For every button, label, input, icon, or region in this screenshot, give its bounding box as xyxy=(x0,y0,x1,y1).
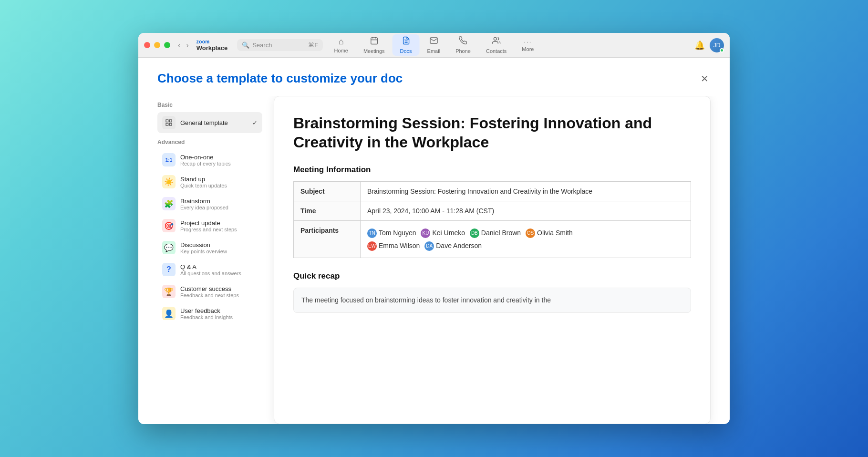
quick-recap-text: The meeting focused on brainstorming ide… xyxy=(301,295,683,305)
table-row-time: Time April 23, 2024, 10:00 AM - 11:28 AM… xyxy=(294,201,691,221)
notification-icon[interactable]: 🔔 xyxy=(694,40,705,51)
close-traffic-light[interactable] xyxy=(144,42,150,48)
tab-phone[interactable]: Phone xyxy=(448,34,478,56)
participant-tom-nguyen: TN Tom Nguyen xyxy=(367,227,416,239)
more-icon: ··· xyxy=(524,38,532,45)
back-button[interactable]: ‹ xyxy=(176,40,182,51)
qa-info: Q & A All questions and answers xyxy=(180,263,258,276)
template-sidebar: Basic General template ✓ Advanced 1:1 xyxy=(157,96,262,424)
zoom-logo-text: zoom xyxy=(196,39,228,44)
workplace-logo-text: Workplace xyxy=(196,44,228,52)
search-label: Search xyxy=(252,42,272,49)
close-button[interactable]: ✕ xyxy=(699,71,711,86)
time-label: Time xyxy=(294,201,361,221)
participant-olivia-smith: OS Olivia Smith xyxy=(526,227,573,239)
phone-icon xyxy=(459,36,467,47)
traffic-lights xyxy=(144,42,170,48)
project-update-icon: 🎯 xyxy=(162,219,176,232)
meeting-info-table: Subject Brainstorming Session: Fostering… xyxy=(293,181,691,258)
tab-email-label: Email xyxy=(427,48,441,54)
project-update-name: Project update xyxy=(180,219,258,227)
project-update-desc: Progress and next steps xyxy=(180,227,258,232)
search-bar[interactable]: 🔍 Search ⌘F xyxy=(237,39,323,51)
subject-label: Subject xyxy=(294,182,361,201)
template-item-brainstorm[interactable]: 🧩 Brainstorm Every idea proposed xyxy=(157,193,262,214)
quick-recap-title: Quick recap xyxy=(293,271,691,281)
template-item-customer-success[interactable]: 🏆 Customer success Feedback and next ste… xyxy=(157,281,262,302)
qa-name: Q & A xyxy=(180,263,258,270)
app-window: ‹ › zoom Workplace 🔍 Search ⌘F ⌂ Home Me… xyxy=(138,33,730,424)
modal-title: Choose a template to customize your doc xyxy=(157,71,403,86)
tab-contacts[interactable]: Contacts xyxy=(478,34,514,56)
participant-kei-umeko: KU Kei Umeko xyxy=(421,227,465,239)
template-item-qa[interactable]: ? Q & A All questions and answers xyxy=(157,259,262,280)
participants-value: TN Tom Nguyen KU Kei Umeko DB Daniel Bro… xyxy=(361,221,691,258)
avatar-olivia-smith: OS xyxy=(526,228,535,238)
minimize-traffic-light[interactable] xyxy=(154,42,160,48)
tab-phone-label: Phone xyxy=(455,48,471,54)
template-item-project-update[interactable]: 🎯 Project update Progress and next steps xyxy=(157,215,262,236)
avatar-kei-umeko: KU xyxy=(421,228,430,238)
discussion-desc: Key points overview xyxy=(180,249,258,254)
template-item-discussion[interactable]: 💬 Discussion Key points overview xyxy=(157,237,262,258)
one-on-one-name: One-on-one xyxy=(180,154,258,161)
user-avatar[interactable]: JD xyxy=(710,38,724,52)
modal-header: Choose a template to customize your doc … xyxy=(138,58,730,96)
meetings-icon xyxy=(370,36,378,47)
svg-rect-0 xyxy=(371,38,377,44)
template-item-user-feedback[interactable]: 👤 User feedback Feedback and insights xyxy=(157,303,262,324)
tab-docs[interactable]: Docs xyxy=(393,34,420,56)
avatar-tom-nguyen: TN xyxy=(367,228,377,238)
avatar-dave-anderson: DA xyxy=(424,241,434,251)
email-icon xyxy=(429,36,438,47)
participant-name-olivia: Olivia Smith xyxy=(537,227,573,239)
user-feedback-desc: Feedback and insights xyxy=(180,314,258,320)
brainstorm-desc: Every idea proposed xyxy=(180,205,258,210)
brainstorm-icon: 🧩 xyxy=(162,197,176,210)
home-icon: ⌂ xyxy=(339,37,344,47)
tab-home[interactable]: ⌂ Home xyxy=(327,35,356,55)
forward-button[interactable]: › xyxy=(184,40,190,51)
participant-daniel-brown: DB Daniel Brown xyxy=(470,227,521,239)
customer-success-info: Customer success Feedback and next steps xyxy=(180,285,258,298)
template-preview: Brainstorming Session: Fostering Innovat… xyxy=(274,96,711,424)
svg-rect-9 xyxy=(169,120,172,122)
quick-recap-box: The meeting focused on brainstorming ide… xyxy=(293,288,691,312)
discussion-icon: 💬 xyxy=(162,241,176,254)
doc-preview-title: Brainstorming Session: Fostering Innovat… xyxy=(293,114,691,152)
general-template-icon xyxy=(162,116,176,129)
one-on-one-info: One-on-one Recap of every topics xyxy=(180,154,258,166)
participant-name-dave: Dave Anderson xyxy=(436,240,482,252)
tab-more[interactable]: ··· More xyxy=(514,36,541,54)
template-item-general[interactable]: General template ✓ xyxy=(157,112,262,133)
docs-icon xyxy=(402,36,410,47)
tab-email[interactable]: Email xyxy=(420,34,448,56)
qa-icon: ? xyxy=(162,263,176,276)
one-on-one-desc: Recap of every topics xyxy=(180,161,258,166)
svg-rect-11 xyxy=(169,123,172,125)
titlebar: ‹ › zoom Workplace 🔍 Search ⌘F ⌂ Home Me… xyxy=(138,33,730,58)
general-template-name: General template xyxy=(180,119,248,126)
tab-contacts-label: Contacts xyxy=(486,48,506,54)
modal-body: Basic General template ✓ Advanced 1:1 xyxy=(138,96,730,424)
tab-meetings-label: Meetings xyxy=(363,48,385,54)
participant-name-emma: Emma Wilson xyxy=(379,240,420,252)
project-update-info: Project update Progress and next steps xyxy=(180,219,258,232)
template-item-standup[interactable]: ☀️ Stand up Quick team updates xyxy=(157,171,262,192)
maximize-traffic-light[interactable] xyxy=(164,42,170,48)
nav-arrows: ‹ › xyxy=(176,40,191,51)
brainstorm-name: Brainstorm xyxy=(180,197,258,205)
time-value: April 23, 2024, 10:00 AM - 11:28 AM (CST… xyxy=(361,201,691,221)
participant-name-tom: Tom Nguyen xyxy=(379,227,416,239)
standup-icon: ☀️ xyxy=(162,175,176,188)
template-item-one-on-one[interactable]: 1:1 One-on-one Recap of every topics xyxy=(157,149,262,170)
user-feedback-info: User feedback Feedback and insights xyxy=(180,307,258,320)
zoom-brand: zoom Workplace xyxy=(196,39,228,52)
qa-desc: All questions and answers xyxy=(180,270,258,276)
participant-dave-anderson: DA Dave Anderson xyxy=(424,240,482,252)
customer-success-desc: Feedback and next steps xyxy=(180,292,258,298)
advanced-section-label: Advanced xyxy=(157,139,262,145)
main-content: Choose a template to customize your doc … xyxy=(138,58,730,424)
tab-meetings[interactable]: Meetings xyxy=(356,34,393,56)
svg-rect-8 xyxy=(166,120,168,122)
